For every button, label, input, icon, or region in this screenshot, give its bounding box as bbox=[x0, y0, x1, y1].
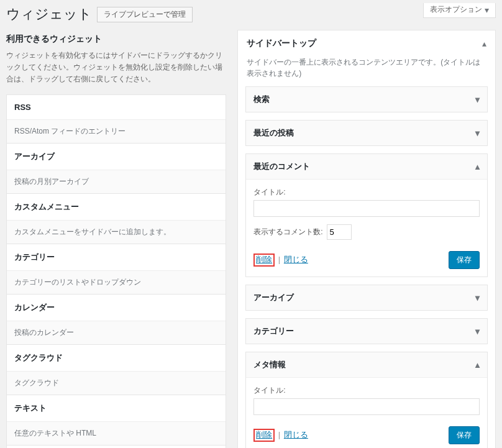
placed-widget-archive: アーカイブ ▾ bbox=[245, 285, 488, 311]
widget-title: アーカイブ bbox=[7, 144, 226, 170]
delete-highlight: 削除 bbox=[253, 429, 275, 442]
separator: | bbox=[278, 430, 280, 439]
placed-widget-categories: カテゴリー ▾ bbox=[245, 318, 488, 344]
placed-widget-title: メタ情報 bbox=[253, 359, 286, 370]
chevron-up-icon: ▴ bbox=[475, 162, 480, 171]
widget-desc: タグクラウド bbox=[7, 372, 226, 395]
widget-title: カスタムメニュー bbox=[7, 194, 226, 221]
placed-widget-toggle[interactable]: カテゴリー ▾ bbox=[246, 319, 487, 344]
chevron-down-icon: ▾ bbox=[475, 128, 480, 138]
placed-widget-title: カテゴリー bbox=[253, 326, 294, 337]
placed-widget-meta: メタ情報 ▴ タイトル: 削除 | 閉じる bbox=[245, 352, 488, 448]
title-input[interactable] bbox=[253, 200, 480, 217]
title-input[interactable] bbox=[253, 398, 480, 415]
widget-title: メタ情報 bbox=[7, 446, 226, 448]
chevron-up-icon: ▴ bbox=[475, 360, 480, 370]
widget-desc: 投稿のカレンダー bbox=[7, 321, 226, 344]
widget-title: カテゴリー bbox=[7, 244, 226, 271]
placed-widget-toggle[interactable]: アーカイブ ▾ bbox=[246, 285, 487, 310]
save-button[interactable]: 保存 bbox=[449, 426, 480, 444]
separator: | bbox=[278, 255, 280, 264]
chevron-down-icon: ▾ bbox=[475, 94, 480, 104]
available-widget-tag-cloud[interactable]: タグクラウド タグクラウド bbox=[6, 344, 226, 395]
available-widgets-help: ウィジェットを有効化するにはサイドバーにドラッグするかクリックしてください。ウィ… bbox=[6, 50, 226, 86]
widget-desc: RSS/Atom フィードのエントリー bbox=[7, 120, 226, 143]
placed-widget-toggle[interactable]: 検索 ▾ bbox=[246, 87, 487, 112]
screen-options-label: 表示オプション bbox=[430, 4, 482, 15]
placed-widget-recent-comments: 最近のコメント ▴ タイトル: 表示するコメント数: bbox=[245, 153, 488, 277]
save-button[interactable]: 保存 bbox=[449, 251, 480, 269]
available-widget-rss[interactable]: RSS RSS/Atom フィードのエントリー bbox=[6, 94, 226, 144]
placed-widget-title: アーカイブ bbox=[253, 292, 294, 303]
available-widgets-list: RSS RSS/Atom フィードのエントリー アーカイブ 投稿の月別アーカイブ… bbox=[6, 94, 226, 448]
available-widget-meta[interactable]: メタ情報 bbox=[6, 445, 226, 448]
widget-desc: 投稿の月別アーカイブ bbox=[7, 170, 226, 193]
available-widgets-heading: 利用できるウィジェット bbox=[6, 34, 226, 45]
page-title: ウィジェット bbox=[6, 5, 92, 24]
close-link[interactable]: 閉じる bbox=[284, 430, 308, 439]
chevron-down-icon: ▾ bbox=[485, 5, 489, 15]
title-label: タイトル: bbox=[253, 187, 480, 198]
chevron-up-icon: ▴ bbox=[482, 39, 486, 48]
available-widget-text[interactable]: テキスト 任意のテキストや HTML bbox=[6, 395, 226, 446]
placed-widget-title: 検索 bbox=[253, 94, 270, 105]
sidebar-top-title: サイドバートップ bbox=[247, 38, 316, 49]
delete-link[interactable]: 削除 bbox=[256, 255, 272, 264]
placed-widget-toggle[interactable]: 最近のコメント ▴ bbox=[246, 154, 487, 179]
placed-widget-title: 最近のコメント bbox=[253, 161, 310, 172]
available-widget-archive[interactable]: アーカイブ 投稿の月別アーカイブ bbox=[6, 143, 226, 194]
widget-title: カレンダー bbox=[7, 295, 226, 321]
chevron-down-icon: ▾ bbox=[475, 326, 480, 336]
sidebar-top-header[interactable]: サイドバートップ ▴ bbox=[238, 30, 495, 57]
available-widget-custom-menu[interactable]: カスタムメニュー カスタムメニューをサイドバーに追加します。 bbox=[6, 193, 226, 244]
sidebar-top-area: サイドバートップ ▴ サイドバーの一番上に表示されるコンテンツエリアです。(タイ… bbox=[237, 30, 496, 448]
live-preview-button[interactable]: ライブプレビューで管理 bbox=[97, 7, 193, 22]
placed-widget-title: 最近の投稿 bbox=[253, 127, 294, 139]
delete-highlight: 削除 bbox=[253, 254, 275, 267]
widget-desc: カスタムメニューをサイドバーに追加します。 bbox=[7, 221, 226, 244]
title-label: タイトル: bbox=[253, 385, 480, 396]
widget-title: テキスト bbox=[7, 395, 226, 422]
count-input[interactable] bbox=[327, 224, 352, 240]
chevron-down-icon: ▾ bbox=[475, 293, 480, 303]
widget-desc: カテゴリーのリストやドロップダウン bbox=[7, 271, 226, 294]
sidebar-top-desc: サイドバーの一番上に表示されるコンテンツエリアです。(タイトルは表示されません) bbox=[238, 57, 495, 86]
placed-widget-toggle[interactable]: メタ情報 ▴ bbox=[246, 352, 487, 377]
placed-widget-search: 検索 ▾ bbox=[245, 86, 488, 112]
delete-link[interactable]: 削除 bbox=[256, 430, 272, 439]
count-label: 表示するコメント数: bbox=[253, 227, 322, 237]
screen-options-toggle[interactable]: 表示オプション ▾ bbox=[423, 3, 496, 18]
close-link[interactable]: 閉じる bbox=[284, 255, 308, 264]
placed-widget-recent-posts: 最近の投稿 ▾ bbox=[245, 120, 488, 146]
available-widget-calendar[interactable]: カレンダー 投稿のカレンダー bbox=[6, 294, 226, 345]
widget-title: タグクラウド bbox=[7, 345, 226, 372]
available-widget-categories[interactable]: カテゴリー カテゴリーのリストやドロップダウン bbox=[6, 244, 226, 295]
placed-widget-toggle[interactable]: 最近の投稿 ▾ bbox=[246, 121, 487, 145]
widget-desc: 任意のテキストや HTML bbox=[7, 422, 226, 445]
widget-title: RSS bbox=[7, 95, 226, 120]
